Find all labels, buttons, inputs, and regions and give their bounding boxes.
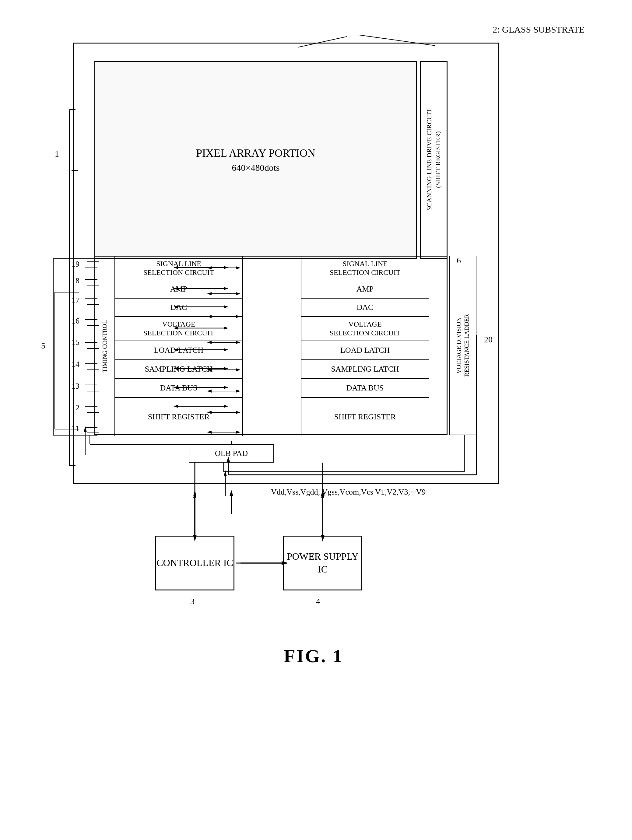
amp-right: AMP [302, 280, 429, 298]
pixel-array-title: PIXEL ARRAY PORTION [196, 147, 315, 159]
ref-15: 15 [71, 338, 79, 347]
svg-marker-71 [174, 367, 178, 370]
sampling-latch-right: SAMPLING LATCH [302, 360, 429, 379]
block-arrows-svg [172, 256, 230, 435]
ref-20: 20 [484, 335, 493, 344]
data-bus-right: DATA BUS [302, 379, 429, 398]
svg-marker-56 [174, 266, 178, 269]
shift-reg-right: SHIFT REGISTER [302, 398, 429, 436]
voltage-sel-right: VOLTAGESELECTION CIRCUIT [302, 317, 429, 341]
ref-4: 4 [316, 597, 320, 606]
scanning-line-rect: SCANNING LINE DRIVE CIRCUIT (SHIFT REGIS… [420, 61, 447, 259]
glass-substrate-label: 2: GLASS SUBSTRATE [493, 24, 585, 35]
pixel-resolution: 640×480dots [196, 163, 315, 173]
ref-5: 5 [41, 341, 45, 351]
diagram-container: 2: GLASS SUBSTRATE PIXEL ARRAY PORTION 6… [24, 18, 603, 810]
svg-marker-60 [224, 287, 228, 290]
fig-label: FIG. 1 [284, 645, 343, 667]
svg-marker-74 [174, 386, 178, 389]
scanning-line-text: SCANNING LINE DRIVE CIRCUIT (SHIFT REGIS… [425, 109, 442, 211]
svg-marker-65 [174, 327, 178, 330]
load-latch-right: LOAD LATCH [302, 341, 429, 360]
signal-line-right: SIGNAL LINESELECTION CIRCUIT [302, 257, 429, 280]
circuit-blocks-outer: TIMING CONTROL SIGNAL LINESELECTION CIRC… [94, 256, 447, 435]
svg-marker-75 [224, 386, 228, 389]
power-supply-ic-box: POWER SUPPLY IC [283, 536, 362, 591]
svg-marker-59 [174, 287, 178, 290]
pixel-array-rect: PIXEL ARRAY PORTION 640×480dots [94, 61, 417, 259]
svg-marker-78 [224, 405, 228, 408]
svg-marker-66 [224, 327, 228, 330]
svg-marker-57 [224, 266, 228, 269]
svg-marker-39 [193, 490, 196, 496]
ref-12: 12 [71, 403, 79, 412]
timing-control-text: TIMING CONTROL [101, 320, 108, 373]
svg-marker-101 [229, 490, 233, 496]
ref-3: 3 [190, 597, 194, 606]
svg-marker-41 [193, 491, 196, 497]
right-circuit-block: SIGNAL LINESELECTION CIRCUIT AMP DAC VOL… [301, 257, 429, 436]
ref-16: 16 [71, 317, 79, 326]
pixel-array-label: PIXEL ARRAY PORTION 640×480dots [196, 147, 315, 173]
ref-1: 1 [55, 149, 59, 159]
svg-marker-69 [224, 348, 228, 351]
controller-ic-box: CONTROLLER IC [155, 536, 234, 591]
voltage-div-rect: VOLTAGE DIVISION RESISTANCE LADDER [449, 256, 476, 435]
svg-marker-72 [224, 367, 228, 370]
ref-19: 19 [71, 260, 79, 269]
ref-13: 13 [71, 382, 79, 391]
arrow-spacer [243, 257, 301, 436]
timing-control-bar: TIMING CONTROL [95, 257, 115, 436]
svg-marker-63 [224, 305, 228, 308]
svg-marker-68 [174, 348, 178, 351]
svg-marker-62 [174, 305, 178, 308]
ref-18: 18 [71, 276, 79, 286]
voltage-labels: Vdd,Vss,Vgdd, Vgss,Vcom,Vcs V1,V2,V3,···… [271, 485, 426, 499]
dac-right: DAC [302, 298, 429, 317]
voltage-div-text: VOLTAGE DIVISION RESISTANCE LADDER [455, 314, 471, 377]
ref-11: 11 [71, 424, 79, 433]
olb-pad-box: OLB PAD [189, 444, 274, 463]
ref-14: 14 [71, 360, 79, 369]
ref-17: 17 [71, 296, 79, 305]
svg-marker-77 [174, 405, 178, 408]
